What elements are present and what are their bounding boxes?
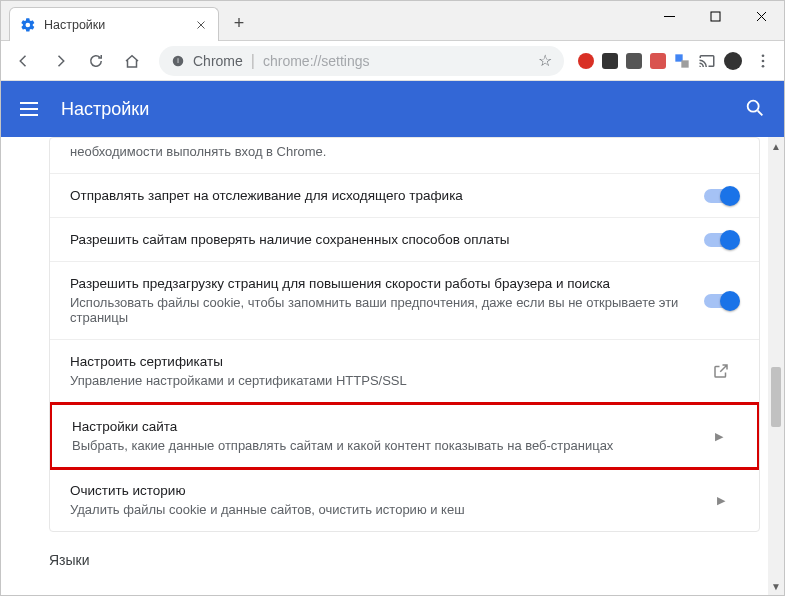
settings-content: необходимости выполнять вход в Chrome. О… — [1, 137, 784, 595]
search-icon[interactable] — [744, 97, 768, 121]
do-not-track-toggle[interactable] — [704, 189, 738, 203]
scroll-up-arrow[interactable]: ▲ — [768, 139, 784, 153]
window-titlebar: Настройки + — [1, 1, 784, 41]
payment-methods-label: Разрешить сайтам проверять наличие сохра… — [70, 232, 691, 247]
clear-history-label: Очистить историю — [70, 483, 691, 498]
languages-section-title: Языки — [49, 552, 784, 568]
window-minimize-button[interactable] — [646, 1, 692, 31]
window-maximize-button[interactable] — [692, 1, 738, 31]
preload-pages-row[interactable]: Разрешить предзагрузку страниц для повыш… — [50, 262, 759, 340]
content-scrollbar[interactable]: ▲ ▼ — [768, 137, 784, 595]
svg-point-5 — [762, 54, 765, 57]
svg-rect-0 — [711, 12, 720, 21]
payment-methods-row[interactable]: Разрешить сайтам проверять наличие сохра… — [50, 218, 759, 262]
omnibox-separator: | — [251, 52, 255, 70]
chevron-right-icon: ▶ — [701, 430, 737, 443]
privacy-settings-card: необходимости выполнять вход в Chrome. О… — [49, 137, 760, 532]
cast-icon[interactable] — [698, 52, 716, 70]
scrollbar-thumb[interactable] — [771, 367, 781, 427]
preload-pages-toggle[interactable] — [704, 294, 738, 308]
omnibox[interactable]: i Chrome | chrome://settings ☆ — [159, 46, 564, 76]
extension-icon-1[interactable] — [578, 53, 594, 69]
do-not-track-label: Отправлять запрет на отслеживание для ис… — [70, 188, 691, 203]
svg-point-7 — [762, 64, 765, 67]
settings-favicon — [20, 17, 36, 33]
svg-point-8 — [748, 101, 759, 112]
extension-icon-4[interactable] — [650, 53, 666, 69]
extension-icon-3[interactable] — [626, 53, 642, 69]
bookmark-star-icon[interactable]: ☆ — [538, 51, 552, 70]
clear-history-sublabel: Удалить файлы cookie и данные сайтов, оч… — [70, 502, 691, 517]
site-info-icon[interactable]: i — [171, 54, 185, 68]
site-settings-row[interactable]: Настройки сайта Выбрать, какие данные от… — [49, 402, 760, 470]
chevron-right-icon: ▶ — [703, 494, 739, 507]
external-link-icon — [703, 362, 739, 380]
settings-header: Настройки — [1, 81, 784, 137]
site-settings-sublabel: Выбрать, какие данные отправлять сайтам … — [72, 438, 689, 453]
preload-pages-sublabel: Использовать файлы cookie, чтобы запомни… — [70, 295, 691, 325]
do-not-track-row[interactable]: Отправлять запрет на отслеживание для ис… — [50, 174, 759, 218]
page-title: Настройки — [61, 99, 744, 120]
translate-extension-icon[interactable] — [674, 53, 690, 69]
profile-avatar-icon[interactable] — [724, 52, 742, 70]
window-close-button[interactable] — [738, 1, 784, 31]
manage-certificates-label: Настроить сертификаты — [70, 354, 691, 369]
svg-rect-4 — [681, 60, 688, 67]
preload-pages-label: Разрешить предзагрузку страниц для повыш… — [70, 276, 691, 291]
extension-icons — [576, 52, 744, 70]
omnibox-url: chrome://settings — [263, 53, 370, 69]
clear-history-row[interactable]: Очистить историю Удалить файлы cookie и … — [50, 469, 759, 531]
omnibox-scheme: Chrome — [193, 53, 243, 69]
svg-point-6 — [762, 59, 765, 62]
manage-certificates-row[interactable]: Настроить сертификаты Управление настрой… — [50, 340, 759, 403]
tab-title: Настройки — [44, 18, 186, 32]
browser-tab[interactable]: Настройки — [9, 7, 219, 41]
extension-icon-2[interactable] — [602, 53, 618, 69]
reload-button[interactable] — [81, 46, 111, 76]
payment-methods-toggle[interactable] — [704, 233, 738, 247]
forward-button[interactable] — [45, 46, 75, 76]
browser-menu-button[interactable] — [750, 46, 776, 76]
truncated-row-text: необходимости выполнять вход в Chrome. — [50, 138, 759, 174]
menu-icon[interactable] — [17, 97, 41, 121]
scroll-down-arrow[interactable]: ▼ — [768, 579, 784, 593]
browser-toolbar: i Chrome | chrome://settings ☆ — [1, 41, 784, 81]
new-tab-button[interactable]: + — [225, 9, 253, 37]
tab-close-icon[interactable] — [194, 18, 208, 32]
site-settings-label: Настройки сайта — [72, 419, 689, 434]
window-controls — [646, 1, 784, 31]
manage-certificates-sublabel: Управление настройками и сертификатами H… — [70, 373, 691, 388]
home-button[interactable] — [117, 46, 147, 76]
back-button[interactable] — [9, 46, 39, 76]
